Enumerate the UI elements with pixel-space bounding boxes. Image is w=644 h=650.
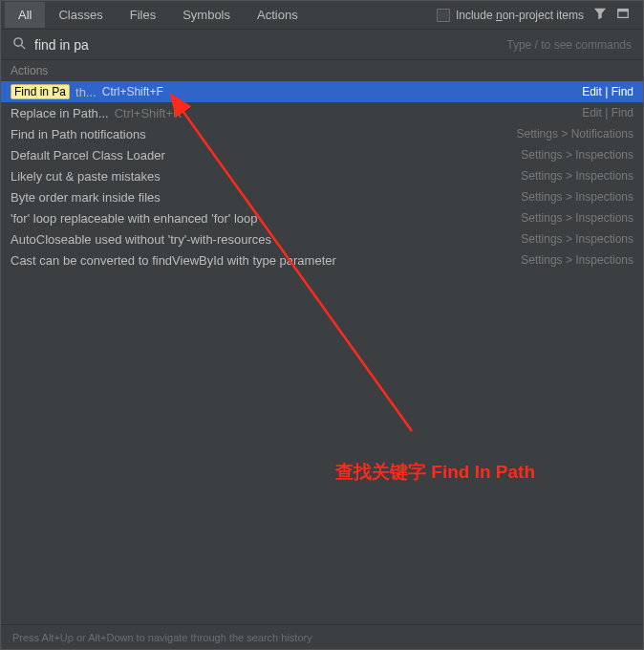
annotation-text: 查找关键字 Find In Path xyxy=(335,460,535,485)
svg-point-2 xyxy=(14,37,22,45)
result-row[interactable]: Byte order mark inside files Settings > … xyxy=(1,186,643,207)
results-list: Find in Path... Ctrl+Shift+F Edit | Find… xyxy=(1,81,643,271)
result-row[interactable]: Find in Path notifications Settings > No… xyxy=(1,123,643,144)
result-shortcut: Ctrl+Shift+F xyxy=(102,85,163,98)
result-meta: Settings > Inspections xyxy=(521,253,633,267)
result-row-replace-in-path[interactable]: Replace in Path... Ctrl+Shift+R Edit | F… xyxy=(1,102,643,123)
tab-bar: All Classes Files Symbols Actions Includ… xyxy=(1,1,643,30)
search-row: Type / to see commands xyxy=(1,30,643,60)
result-row[interactable]: AutoCloseable used without 'try'-with-re… xyxy=(1,228,643,249)
result-row[interactable]: Likely cut & paste mistakes Settings > I… xyxy=(1,165,643,186)
result-row[interactable]: Cast can be converted to findViewById wi… xyxy=(1,249,643,271)
tab-classes[interactable]: Classes xyxy=(45,2,116,28)
search-hint: Type / to see commands xyxy=(506,38,632,52)
svg-rect-1 xyxy=(618,10,629,12)
result-row[interactable]: 'for' loop replaceable with enhanced 'fo… xyxy=(1,207,643,228)
tab-all[interactable]: All xyxy=(5,2,45,28)
footer-hint: Press Alt+Up or Alt+Down to navigate thr… xyxy=(1,624,643,649)
result-label-suffix: th... xyxy=(75,85,97,99)
tab-actions[interactable]: Actions xyxy=(244,2,311,28)
result-label: 'for' loop replaceable with enhanced 'fo… xyxy=(11,211,258,226)
include-nonproject-checkbox[interactable]: Include non-project items xyxy=(437,9,584,22)
result-label: Cast can be converted to findViewById wi… xyxy=(11,253,336,268)
result-meta: Settings > Inspections xyxy=(521,211,633,225)
result-meta: Edit | Find xyxy=(582,85,633,98)
search-icon xyxy=(12,36,27,54)
result-row-find-in-path[interactable]: Find in Path... Ctrl+Shift+F Edit | Find xyxy=(1,81,643,102)
result-label: Replace in Path... xyxy=(11,106,109,120)
result-label: Default Parcel Class Loader xyxy=(11,148,165,162)
result-meta: Edit | Find xyxy=(582,106,633,119)
svg-line-3 xyxy=(21,45,25,49)
tab-files[interactable]: Files xyxy=(117,2,169,28)
search-input[interactable] xyxy=(34,37,506,53)
result-meta: Settings > Inspections xyxy=(521,190,633,204)
tab-symbols[interactable]: Symbols xyxy=(169,2,244,28)
result-meta: Settings > Notifications xyxy=(517,127,633,141)
result-meta: Settings > Inspections xyxy=(521,169,633,183)
result-label: AutoCloseable used without 'try'-with-re… xyxy=(11,232,271,247)
result-shortcut: Ctrl+Shift+R xyxy=(115,106,182,120)
result-label: Byte order mark inside files xyxy=(11,190,161,205)
result-label: Likely cut & paste mistakes xyxy=(11,169,161,184)
section-header-actions: Actions xyxy=(1,60,643,81)
result-meta: Settings > Inspections xyxy=(521,148,633,162)
include-nonproject-label: Include non-project items xyxy=(456,9,584,22)
result-label: Find in Path notifications xyxy=(11,127,146,141)
pin-window-icon[interactable] xyxy=(616,7,630,23)
checkbox-box-icon xyxy=(437,9,450,22)
result-row[interactable]: Default Parcel Class Loader Settings > I… xyxy=(1,144,643,165)
result-highlight: Find in Pa xyxy=(11,84,70,99)
result-meta: Settings > Inspections xyxy=(521,232,633,246)
filter-icon[interactable] xyxy=(593,7,607,23)
